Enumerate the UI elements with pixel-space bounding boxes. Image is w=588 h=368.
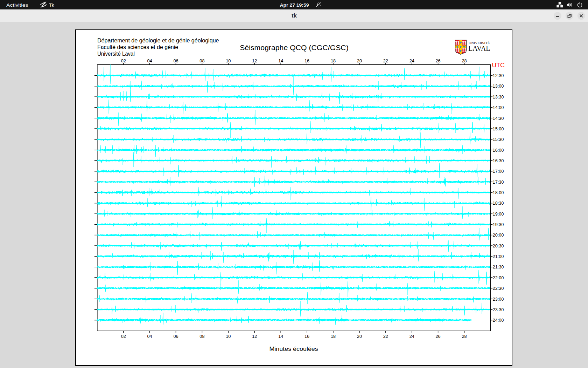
svg-text:17:30: 17:30 bbox=[493, 180, 504, 185]
svg-text:21:00: 21:00 bbox=[493, 254, 504, 259]
svg-text:06: 06 bbox=[173, 59, 178, 63]
svg-text:16: 16 bbox=[304, 59, 309, 63]
svg-text:22:00: 22:00 bbox=[493, 275, 504, 280]
svg-text:22: 22 bbox=[383, 334, 388, 339]
svg-text:21:30: 21:30 bbox=[493, 265, 504, 270]
svg-text:14:30: 14:30 bbox=[493, 116, 504, 121]
svg-text:10: 10 bbox=[226, 59, 231, 63]
svg-text:26: 26 bbox=[436, 59, 441, 63]
svg-text:28: 28 bbox=[462, 59, 467, 63]
svg-text:12: 12 bbox=[252, 334, 257, 339]
svg-text:02: 02 bbox=[121, 334, 126, 339]
svg-text:23:30: 23:30 bbox=[493, 307, 504, 312]
svg-text:24:00: 24:00 bbox=[493, 318, 504, 323]
svg-text:19:00: 19:00 bbox=[493, 212, 504, 217]
svg-text:04: 04 bbox=[147, 59, 152, 63]
svg-text:Minutes écoulées: Minutes écoulées bbox=[269, 345, 318, 352]
svg-text:13:30: 13:30 bbox=[493, 95, 504, 100]
svg-text:18: 18 bbox=[331, 59, 336, 63]
svg-text:20: 20 bbox=[357, 59, 362, 63]
svg-text:Apr 27 19:59: Apr 27 19:59 bbox=[280, 2, 309, 8]
svg-text:15:00: 15:00 bbox=[493, 127, 504, 131]
svg-text:Séismographe QCQ (CGC/GSC): Séismographe QCQ (CGC/GSC) bbox=[240, 44, 349, 52]
svg-text:24: 24 bbox=[410, 59, 414, 63]
svg-text:28: 28 bbox=[462, 334, 467, 339]
svg-text:17:00: 17:00 bbox=[493, 169, 504, 174]
svg-text:18:30: 18:30 bbox=[493, 201, 504, 206]
svg-text:Université Laval: Université Laval bbox=[97, 51, 135, 57]
svg-text:22: 22 bbox=[383, 59, 388, 63]
svg-text:18:00: 18:00 bbox=[493, 190, 504, 195]
svg-text:02: 02 bbox=[121, 59, 126, 63]
svg-text:19:30: 19:30 bbox=[493, 222, 504, 227]
svg-text:15:30: 15:30 bbox=[493, 137, 504, 142]
svg-text:06: 06 bbox=[173, 334, 178, 339]
svg-text:LAVAL: LAVAL bbox=[468, 44, 490, 53]
svg-text:Activities: Activities bbox=[6, 2, 28, 8]
svg-text:08: 08 bbox=[200, 334, 204, 339]
svg-text:18: 18 bbox=[331, 334, 336, 339]
svg-text:UTC: UTC bbox=[492, 61, 504, 69]
svg-text:24: 24 bbox=[410, 334, 414, 339]
svg-text:04: 04 bbox=[147, 334, 152, 339]
svg-text:Faculté des sciences et de gén: Faculté des sciences et de génie bbox=[97, 44, 178, 50]
svg-text:10: 10 bbox=[226, 334, 231, 339]
svg-text:26: 26 bbox=[436, 334, 441, 339]
svg-text:08: 08 bbox=[200, 59, 204, 63]
svg-text:13:00: 13:00 bbox=[493, 84, 504, 89]
svg-text:16: 16 bbox=[304, 334, 309, 339]
svg-text:20:00: 20:00 bbox=[493, 233, 504, 238]
svg-text:tk: tk bbox=[292, 12, 297, 19]
svg-text:16:00: 16:00 bbox=[493, 148, 504, 153]
svg-text:14: 14 bbox=[278, 59, 283, 63]
svg-text:14:00: 14:00 bbox=[493, 105, 504, 110]
svg-text:Tk: Tk bbox=[49, 2, 54, 8]
svg-text:14: 14 bbox=[278, 334, 283, 339]
svg-text:Département de géologie et de: Département de géologie et de génie géol… bbox=[97, 38, 219, 43]
svg-text:22:30: 22:30 bbox=[493, 286, 504, 291]
svg-text:20:30: 20:30 bbox=[493, 244, 504, 248]
svg-text:23:00: 23:00 bbox=[493, 297, 504, 302]
svg-text:12:30: 12:30 bbox=[493, 73, 504, 78]
svg-text:20: 20 bbox=[357, 334, 362, 339]
svg-text:16:30: 16:30 bbox=[493, 158, 504, 163]
svg-text:12: 12 bbox=[252, 59, 257, 63]
